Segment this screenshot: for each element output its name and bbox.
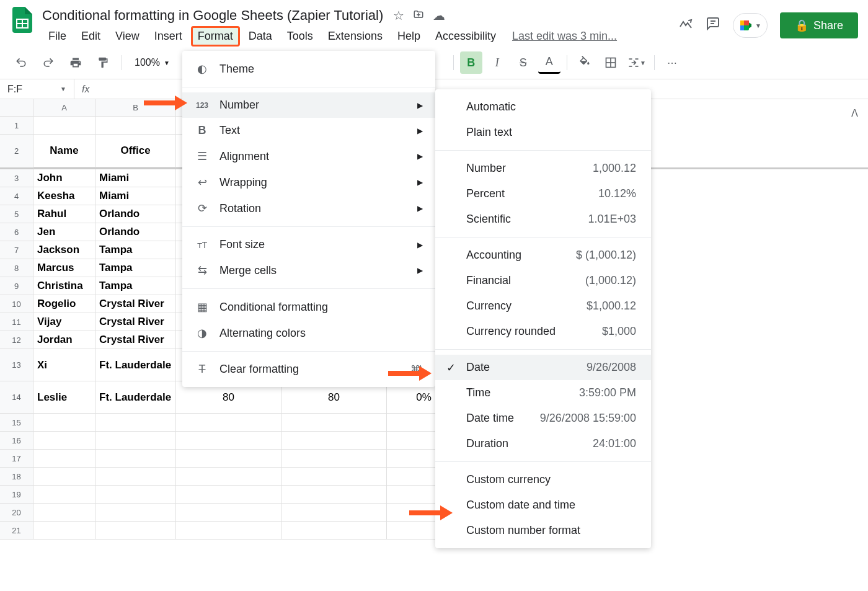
cell[interactable] <box>281 522 387 540</box>
menu-data[interactable]: Data <box>242 26 278 47</box>
number-number-item[interactable]: Number1,000.12 <box>435 156 651 181</box>
cell[interactable]: Office <box>95 135 176 167</box>
cell[interactable]: Vijay <box>33 313 95 331</box>
row-header[interactable]: 21 <box>0 522 33 540</box>
cell[interactable]: Name <box>33 135 95 167</box>
cell[interactable] <box>176 450 281 468</box>
strikethrough-button[interactable]: S <box>512 51 534 74</box>
zoom-dropdown[interactable]: 100% ▼ <box>130 57 175 68</box>
format-fontsize-item[interactable]: ᴛTFont size▶ <box>182 232 435 257</box>
number-accounting-item[interactable]: Accounting$ (1,000.12) <box>435 242 651 268</box>
row-header[interactable]: 3 <box>0 169 33 187</box>
cell[interactable]: Tampa <box>95 259 176 277</box>
more-button[interactable]: ⋯ <box>661 51 683 74</box>
col-header-a[interactable]: A <box>33 99 95 117</box>
cell[interactable]: Marcus <box>33 259 95 277</box>
merge-button[interactable]: ▼ <box>626 51 648 74</box>
cell[interactable]: Crystal River <box>95 331 176 349</box>
row-header[interactable]: 17 <box>0 450 33 468</box>
menu-insert[interactable]: Insert <box>148 26 188 47</box>
cell[interactable] <box>33 432 95 450</box>
cell[interactable]: Tampa <box>95 277 176 295</box>
number-time-item[interactable]: Time3:59:00 PM <box>435 380 651 406</box>
cell[interactable]: Ft. Lauderdale <box>95 349 176 381</box>
number-automatic-item[interactable]: Automatic <box>435 94 651 120</box>
row-header[interactable]: 2 <box>0 135 33 169</box>
cell[interactable] <box>176 486 281 504</box>
menu-extensions[interactable]: Extensions <box>322 26 389 47</box>
format-theme-item[interactable]: ◐Theme <box>182 56 435 82</box>
row-header[interactable]: 4 <box>0 187 33 205</box>
bold-button[interactable]: B <box>460 51 482 74</box>
undo-button[interactable] <box>10 51 32 74</box>
format-alignment-item[interactable]: ☰Alignment▶ <box>182 143 435 169</box>
number-currency-rounded-item[interactable]: Currency rounded$1,000 <box>435 319 651 344</box>
redo-button[interactable] <box>37 51 60 74</box>
move-icon[interactable] <box>413 9 424 23</box>
number-scientific-item[interactable]: Scientific1.01E+03 <box>435 207 651 232</box>
menu-file[interactable]: File <box>42 26 73 47</box>
format-text-item[interactable]: BText▶ <box>182 118 435 143</box>
number-financial-item[interactable]: Financial(1,000.12) <box>435 268 651 293</box>
cell[interactable]: John <box>33 169 95 187</box>
row-header[interactable]: 11 <box>0 313 33 331</box>
cell[interactable]: Leslie <box>33 381 95 414</box>
meet-button[interactable]: ▼ <box>733 13 768 38</box>
cell[interactable] <box>33 486 95 504</box>
cell[interactable]: Rogelio <box>33 295 95 313</box>
format-alternating-item[interactable]: ◑Alternating colors <box>182 320 435 346</box>
row-header[interactable]: 19 <box>0 486 33 504</box>
number-percent-item[interactable]: Percent10.12% <box>435 181 651 207</box>
cell[interactable]: Rahul <box>33 205 95 223</box>
cell[interactable]: Orlando <box>95 205 176 223</box>
cell[interactable] <box>281 450 387 468</box>
cell[interactable] <box>95 522 176 540</box>
number-datetime-item[interactable]: Date time9/26/2008 15:59:00 <box>435 406 651 431</box>
fill-color-button[interactable] <box>574 51 596 74</box>
cell[interactable]: Miami <box>95 169 176 187</box>
row-header[interactable]: 10 <box>0 295 33 313</box>
menu-edit[interactable]: Edit <box>75 26 107 47</box>
number-custom-currency-item[interactable]: Custom currency <box>435 467 651 492</box>
paint-format-button[interactable] <box>92 51 114 74</box>
number-duration-item[interactable]: Duration24:01:00 <box>435 431 651 456</box>
number-custom-datetime-item[interactable]: Custom date and time <box>435 492 651 518</box>
cell[interactable] <box>95 414 176 432</box>
cell[interactable] <box>33 522 95 540</box>
cell[interactable] <box>95 504 176 522</box>
cell[interactable] <box>95 486 176 504</box>
row-header[interactable]: 6 <box>0 223 33 241</box>
row-header[interactable]: 16 <box>0 432 33 450</box>
row-header[interactable]: 7 <box>0 241 33 259</box>
print-button[interactable] <box>64 51 87 74</box>
star-icon[interactable]: ☆ <box>393 8 404 23</box>
cell[interactable]: Orlando <box>95 223 176 241</box>
number-date-item[interactable]: ✓Date9/26/2008 <box>435 355 651 380</box>
cell[interactable]: Crystal River <box>95 295 176 313</box>
italic-button[interactable]: I <box>486 51 508 74</box>
cell[interactable] <box>33 414 95 432</box>
cell[interactable]: Jackson <box>33 241 95 259</box>
format-number-item[interactable]: 123Number▶ <box>182 92 435 118</box>
cell[interactable] <box>281 504 387 522</box>
cell[interactable] <box>281 468 387 486</box>
row-header[interactable]: 5 <box>0 205 33 223</box>
cell[interactable] <box>281 486 387 504</box>
format-conditional-item[interactable]: ▦Conditional formatting <box>182 294 435 320</box>
cell[interactable] <box>176 468 281 486</box>
row-header[interactable]: 13 <box>0 349 33 381</box>
number-custom-number-item[interactable]: Custom number format <box>435 518 651 543</box>
borders-button[interactable] <box>600 51 622 74</box>
row-header[interactable]: 9 <box>0 277 33 295</box>
row-header[interactable]: 12 <box>0 331 33 349</box>
cell[interactable]: Jen <box>33 223 95 241</box>
last-edit-link[interactable]: Last edit was 3 min... <box>512 30 617 43</box>
format-wrapping-item[interactable]: ↩Wrapping▶ <box>182 169 435 195</box>
number-currency-item[interactable]: Currency$1,000.12 <box>435 293 651 319</box>
menu-help[interactable]: Help <box>391 26 427 47</box>
text-color-button[interactable]: A <box>538 51 560 74</box>
cell[interactable]: Xi <box>33 349 95 381</box>
select-all-corner[interactable] <box>0 99 33 117</box>
cell-reference-input[interactable]: F:F ▼ <box>0 79 74 99</box>
number-plaintext-item[interactable]: Plain text <box>435 120 651 145</box>
